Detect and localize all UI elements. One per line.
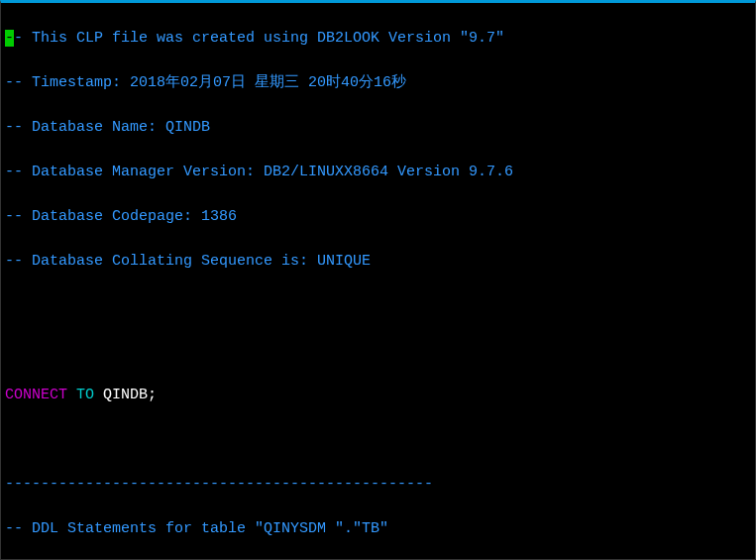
empty-line: [5, 429, 751, 452]
comment-line: -- DDL Statements for table "QINYSDM "."…: [5, 518, 751, 541]
separator-line: ----------------------------------------…: [5, 474, 751, 497]
comment-line: -- Database Name: QINDB: [5, 117, 751, 140]
db-name: QINDB;: [94, 387, 157, 403]
comment-text: - This CLP file was created using DB2LOO…: [14, 30, 504, 47]
sql-connect: CONNECT TO QINDB;: [5, 385, 751, 407]
empty-line: [5, 295, 751, 318]
keyword: TO: [76, 387, 94, 403]
comment-line: -- Database Collating Sequence is: UNIQU…: [5, 251, 751, 274]
comment-line: -- Database Manager Version: DB2/LINUXX8…: [5, 162, 751, 184]
empty-line: [5, 340, 751, 363]
comment-line: -- This CLP file was created using DB2LO…: [5, 28, 751, 51]
comment-line: -- Database Codepage: 1386: [5, 206, 751, 229]
terminal-cursor: -: [5, 30, 14, 47]
keyword: CONNECT: [5, 387, 67, 403]
comment-line: -- Timestamp: 2018年02月07日 星期三 20时40分16秒: [5, 72, 751, 95]
terminal-output: -- This CLP file was created using DB2LO…: [1, 3, 755, 560]
